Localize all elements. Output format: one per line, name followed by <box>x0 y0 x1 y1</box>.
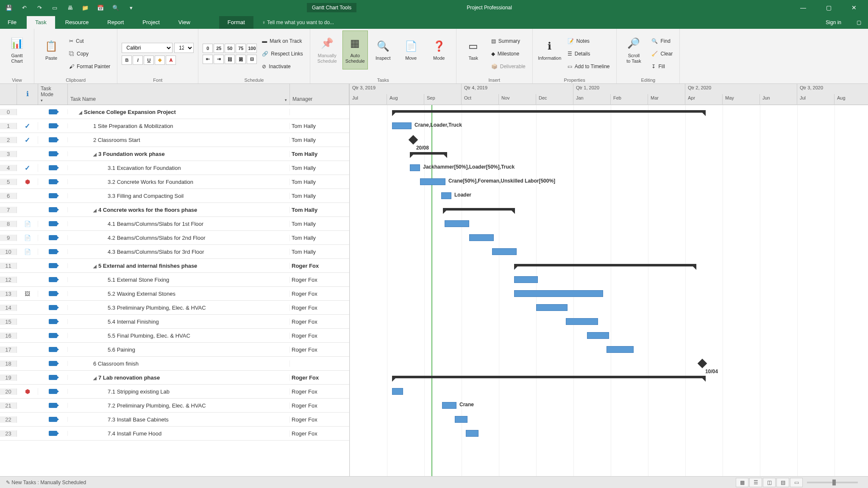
gantt-row[interactable] <box>350 273 868 287</box>
table-row[interactable]: 11◢5 External and internal finishes phas… <box>0 259 349 273</box>
gantt-body[interactable]: Crane,Loader,Truck20/08Jackhammer[50%],L… <box>350 105 868 476</box>
table-row[interactable]: 217.2 Preliminary Plumbing, Elec. & HVAC… <box>0 399 349 413</box>
manager-cell[interactable]: Roger Fox <box>290 347 349 353</box>
gantt-row[interactable] <box>350 231 868 245</box>
row-number[interactable]: 12 <box>0 277 17 283</box>
outdent-button[interactable]: ⇤ <box>203 55 213 64</box>
row-number[interactable]: 23 <box>0 430 17 437</box>
manager-cell[interactable]: Roger Fox <box>290 333 349 339</box>
table-row[interactable]: 20⬢7.1 Stripping existing LabRoger Fox <box>0 385 349 399</box>
table-row[interactable]: 165.5 Final Plumbing, Elec. & HVACRoger … <box>0 329 349 343</box>
task-insert-button[interactable]: ▭Task <box>461 30 486 69</box>
task-mode-cell[interactable] <box>38 417 68 422</box>
table-row[interactable]: 4✓3.1 Excavation for FoundationTom Hally <box>0 161 349 175</box>
manager-cell[interactable]: Roger Fox <box>290 388 349 395</box>
task-mode-cell[interactable] <box>38 305 68 310</box>
task-mode-cell[interactable] <box>38 347 68 352</box>
task-mode-cell[interactable] <box>38 221 68 226</box>
font-name-select[interactable]: Calibri <box>122 43 172 53</box>
manager-cell[interactable]: Tom Hally <box>290 123 349 129</box>
collapse-icon[interactable]: ◢ <box>93 264 97 269</box>
qat-customize-icon[interactable]: ▾ <box>126 3 136 12</box>
pct-75-button[interactable]: 75 <box>236 44 246 53</box>
italic-button[interactable]: I <box>133 55 143 65</box>
table-row[interactable]: 145.3 Preliminary Plumbing, Elec. & HVAC… <box>0 301 349 315</box>
manager-cell[interactable]: Tom Hally <box>290 193 349 199</box>
table-row[interactable]: 3◢3 Foundation work phaseTom Hally <box>0 147 349 161</box>
task-mode-cell[interactable] <box>38 235 68 240</box>
gantt-row[interactable]: Crane[50%],Foreman,Unskilled Labor[500%] <box>350 175 868 189</box>
row-number[interactable]: 14 <box>0 305 17 311</box>
task-name-cell[interactable]: 3.2 Concrete Works for Foundation <box>68 179 290 185</box>
bold-button[interactable]: B <box>122 55 132 65</box>
tab-view[interactable]: View <box>170 16 199 29</box>
gantt-row[interactable] <box>350 203 868 217</box>
task-mode-cell[interactable] <box>38 137 68 142</box>
close-button[interactable]: ✕ <box>844 4 864 11</box>
task-mode-cell[interactable] <box>38 123 68 128</box>
table-row[interactable]: 0◢Science College Expansion Project <box>0 105 349 119</box>
task-mode-cell[interactable] <box>38 193 68 198</box>
task-mode-cell[interactable] <box>38 319 68 324</box>
row-number[interactable]: 19 <box>0 374 17 381</box>
task-mode-cell[interactable] <box>38 263 68 268</box>
table-row[interactable]: 8📄4.1 Beams/Columns/Slabs for 1st FloorT… <box>0 217 349 231</box>
milestone-button[interactable]: ◆Milestone <box>489 48 528 59</box>
row-number[interactable]: 17 <box>0 347 17 353</box>
move-button[interactable]: 📄Move <box>398 30 424 69</box>
task-bar[interactable] <box>606 346 634 353</box>
task-mode-cell[interactable] <box>38 403 68 408</box>
task-bar[interactable] <box>455 416 467 423</box>
gantt-row[interactable]: 10/04 <box>350 357 868 371</box>
task-name-cell[interactable]: 2 Classrooms Start <box>68 137 290 143</box>
new-tasks-status[interactable]: ✎ New Tasks : Manually Scheduled <box>6 480 86 485</box>
task-bar[interactable] <box>445 220 469 227</box>
table-row[interactable]: 19◢7 Lab renovation phaseRoger Fox <box>0 371 349 385</box>
table-row[interactable]: 10📄4.3 Beams/Columns/Slabs for 3rd Floor… <box>0 245 349 259</box>
font-color-button[interactable]: A <box>166 55 176 65</box>
col-manager[interactable]: Manager <box>290 84 349 105</box>
task-name-cell[interactable]: 6 Classroom finish <box>68 360 290 367</box>
manager-cell[interactable]: Roger Fox <box>290 277 349 283</box>
gantt-row[interactable] <box>350 385 868 399</box>
split-button[interactable]: ⊟ <box>247 55 257 64</box>
task-mode-cell[interactable] <box>38 109 68 114</box>
qat-undo-icon[interactable]: ↶ <box>19 3 29 12</box>
underline-button[interactable]: U <box>144 55 154 65</box>
tab-project[interactable]: Project <box>134 16 168 29</box>
summary-button[interactable]: ▤Summary <box>489 36 528 47</box>
manager-cell[interactable]: Roger Fox <box>290 402 349 409</box>
task-name-cell[interactable]: 5.2 Waxing External Stones <box>68 291 290 297</box>
task-name-cell[interactable]: 3.3 Filling and Compacting Soil <box>68 193 290 199</box>
gantt-row[interactable] <box>350 413 868 427</box>
qat-calendar-icon[interactable]: 📅 <box>96 3 105 12</box>
manager-cell[interactable]: Roger Fox <box>290 374 349 381</box>
manager-cell[interactable]: Tom Hally <box>290 165 349 171</box>
pct-50-button[interactable]: 50 <box>225 44 235 53</box>
task-name-cell[interactable]: 5.5 Final Plumbing, Elec. & HVAC <box>68 333 290 339</box>
view-team-icon[interactable]: ◫ <box>763 478 776 487</box>
row-number[interactable]: 5 <box>0 179 17 185</box>
row-number[interactable]: 11 <box>0 263 17 269</box>
row-number[interactable]: 6 <box>0 193 17 199</box>
task-bar[interactable] <box>469 234 494 241</box>
task-bar[interactable] <box>536 304 568 311</box>
manager-cell[interactable]: Tom Hally <box>290 249 349 255</box>
collapse-icon[interactable]: ◢ <box>93 152 97 157</box>
collapse-icon[interactable]: ◢ <box>79 110 82 115</box>
summary-bar[interactable] <box>392 376 706 378</box>
gantt-row[interactable] <box>350 315 868 329</box>
table-row[interactable]: 9📄4.2 Beams/Columns/Slabs for 2nd FloorT… <box>0 231 349 245</box>
task-mode-cell[interactable] <box>38 249 68 254</box>
manager-cell[interactable]: Tom Hally <box>290 207 349 213</box>
gantt-row[interactable] <box>350 259 868 273</box>
table-row[interactable]: 63.3 Filling and Compacting SoilTom Hall… <box>0 189 349 203</box>
col-task-name[interactable]: Task Name▾ <box>68 84 290 105</box>
table-row[interactable]: 7◢4 Concrete works for the floors phaseT… <box>0 203 349 217</box>
task-name-cell[interactable]: 4.3 Beams/Columns/Slabs for 3rd Floor <box>68 249 290 255</box>
tab-format[interactable]: Format <box>219 16 253 29</box>
row-number[interactable]: 21 <box>0 402 17 409</box>
copy-button[interactable]: ⿻Copy <box>67 48 113 59</box>
qat-print-icon[interactable]: 🖶 <box>65 3 75 12</box>
table-row[interactable]: 155.4 Internal FinishingRoger Fox <box>0 315 349 329</box>
